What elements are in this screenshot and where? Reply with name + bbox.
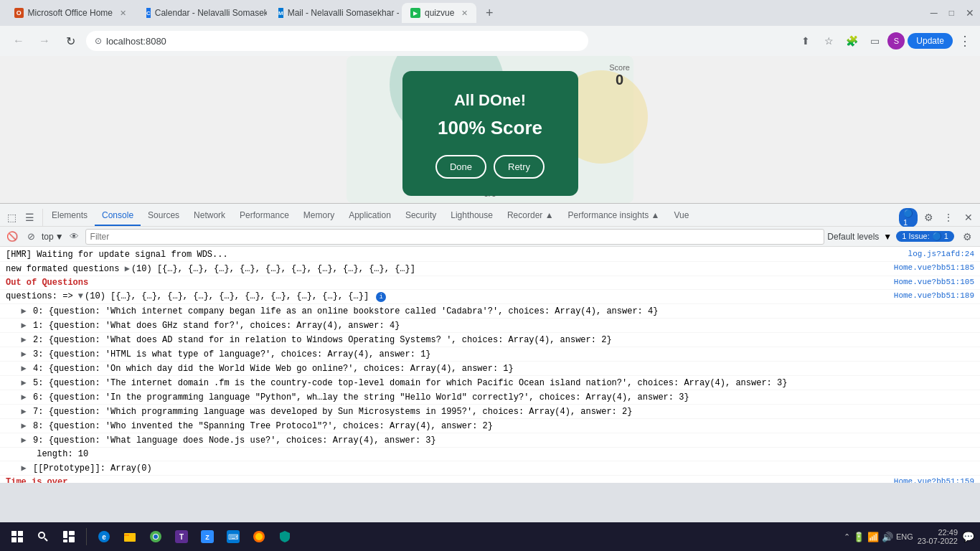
chrome-menu-icon[interactable]: ⋮ <box>958 33 971 49</box>
device-toolbar-icon[interactable]: ☰ <box>21 209 38 226</box>
extensions-icon[interactable]: 🧩 <box>842 31 862 51</box>
taskbar-vscode[interactable]: ⌨ <box>222 525 245 548</box>
tab-lighthouse[interactable]: Lighthouse <box>443 206 500 226</box>
taskbar-firefox[interactable] <box>248 525 270 548</box>
tab-console[interactable]: Console <box>95 206 141 226</box>
svg-rect-1 <box>18 531 23 536</box>
back-button[interactable]: ← <box>9 31 29 51</box>
devtools-issue-badge[interactable]: 🔵 1 <box>900 209 917 226</box>
tab-application[interactable]: Application <box>341 206 398 226</box>
svg-point-24 <box>255 533 263 540</box>
tab-recorder[interactable]: Recorder ▲ <box>500 206 561 226</box>
console-line: ▶ [[Prototype]]: Array(0) <box>0 461 980 476</box>
svg-text:e: e <box>102 533 106 541</box>
tab-mail[interactable]: M Mail - Nelavalli Somasekhar - Ou... ✕ <box>270 3 399 23</box>
tab-elements[interactable]: Elements <box>44 206 95 226</box>
tab-calendar[interactable]: C Calendar - Nelavalli Somasekhar ✕ <box>138 3 267 23</box>
console-source[interactable]: Home.vue?bb51:105 <box>885 278 974 286</box>
taskbar-edge[interactable]: e <box>93 525 116 548</box>
close-icon[interactable]: ✕ <box>966 7 974 19</box>
tab-ms-office[interactable]: O Microsoft Office Home ✕ <box>6 3 135 23</box>
console-settings-icon[interactable]: ⚙ <box>958 228 976 245</box>
taskbar-search[interactable] <box>32 525 55 548</box>
devtools-more-icon[interactable]: ⋮ <box>940 209 957 226</box>
clear-console-icon[interactable]: 🚫 <box>4 229 20 245</box>
tab-vue[interactable]: Vue <box>666 206 696 226</box>
svg-rect-12 <box>124 533 136 542</box>
retry-button[interactable]: Retry <box>494 155 545 179</box>
tab-quizvue-close[interactable]: ✕ <box>461 9 468 18</box>
expand-icon[interactable]: ▶ <box>22 335 27 345</box>
taskbar-chrome[interactable] <box>144 525 167 548</box>
issues-count[interactable]: 1 Issue: 🔵 1 <box>896 231 954 242</box>
elements-inspect-icon[interactable]: ⬚ <box>3 209 20 226</box>
svg-line-5 <box>44 538 47 541</box>
console-line: ▶ 2: {question: 'What does AD stand for … <box>0 333 980 347</box>
profile-icon[interactable]: S <box>887 32 905 50</box>
expand-icon[interactable]: ▶ <box>22 463 27 474</box>
bookmark-icon[interactable]: ☆ <box>819 31 839 51</box>
taskbar-zoom[interactable]: Z <box>196 525 219 548</box>
expand-icon[interactable]: ▼ <box>78 291 83 301</box>
devtools-settings-icon[interactable]: ⚙ <box>920 209 937 226</box>
address-bar[interactable]: ⊙ localhost:8080 <box>86 31 588 51</box>
expand-icon[interactable]: ▶ <box>22 392 27 402</box>
tab-security[interactable]: Security <box>398 206 443 226</box>
context-selector[interactable]: top ▼ <box>42 232 64 242</box>
taskbar-shield[interactable] <box>273 525 296 548</box>
expand-icon[interactable]: ▶ <box>22 378 27 388</box>
console-text: ▶ [[Prototype]]: Array(0) <box>6 463 152 474</box>
console-filter-input[interactable] <box>85 229 825 245</box>
expand-icon[interactable]: ▶ <box>22 407 27 417</box>
taskbar-taskview[interactable] <box>57 525 80 548</box>
expand-icon[interactable]: ▶ <box>22 364 27 374</box>
console-line: ▶ 9: {question: 'What language does Node… <box>0 433 980 448</box>
split-screen-icon[interactable]: ▭ <box>864 31 885 51</box>
share-icon[interactable]: ⬆ <box>796 31 816 51</box>
chevron-up-icon[interactable]: ⌃ <box>844 532 850 542</box>
console-source[interactable]: log.js?1afd:24 <box>900 250 974 258</box>
lang-label: ENG <box>896 532 913 541</box>
tab-quizvue[interactable]: ▶ quizvue ✕ <box>402 3 476 23</box>
console-text: ▶ 2: {question: 'What does AD stand for … <box>6 334 612 345</box>
update-button[interactable]: Update <box>908 33 953 49</box>
minimize-icon[interactable]: ─ <box>930 7 938 19</box>
console-text: [HMR] Waiting for update signal from WDS… <box>6 250 228 260</box>
browser-window: O Microsoft Office Home ✕ C Calendar - N… <box>0 0 980 551</box>
tab-memory[interactable]: Memory <box>296 206 341 226</box>
tab-ms-office-close[interactable]: ✕ <box>120 9 126 18</box>
clock[interactable]: 22:49 23-07-2022 <box>918 528 958 545</box>
console-source[interactable]: Home.vue?bb51:189 <box>885 291 974 300</box>
reload-button[interactable]: ↻ <box>60 31 80 51</box>
console-line: ▶ 6: {question: 'In the programming lang… <box>0 390 980 405</box>
quiz-actions: Done Retry <box>417 155 564 179</box>
notification-icon[interactable]: 💬 <box>962 531 974 542</box>
devtools-close-icon[interactable]: ✕ <box>960 209 977 226</box>
system-tray-icons: ⌃ 🔋 📶 🔊 ENG <box>844 532 913 542</box>
maximize-icon[interactable]: □ <box>949 8 954 18</box>
start-button[interactable] <box>6 525 29 548</box>
svg-rect-0 <box>11 531 17 536</box>
tab-perf-insights[interactable]: Performance insights ▲ <box>561 206 667 226</box>
page-content: Score 0 All DOne! 100% Score Done Retry … <box>0 56 980 203</box>
tab-performance[interactable]: Performance <box>232 206 296 226</box>
console-line: Time is over Home.vue?bb51:159 <box>0 476 980 483</box>
console-source[interactable]: Home.vue?bb51:185 <box>885 263 974 272</box>
quiz-result-card: All DOne! 100% Score Done Retry <box>402 71 578 196</box>
tab-sources[interactable]: Sources <box>141 206 187 226</box>
taskbar-teams[interactable]: T <box>170 525 193 548</box>
expand-icon[interactable]: ▶ <box>22 421 27 431</box>
done-button[interactable]: Done <box>435 155 486 179</box>
expand-icon[interactable]: ▶ <box>22 349 27 359</box>
eye-icon[interactable]: 👁 <box>67 229 83 245</box>
forward-button[interactable]: → <box>34 31 55 51</box>
expand-icon[interactable]: ▶ <box>22 435 27 446</box>
expand-icon[interactable]: ▶ <box>22 306 27 316</box>
console-source[interactable]: Home.vue?bb51:159 <box>885 477 974 483</box>
expand-icon[interactable]: ▶ <box>22 321 27 331</box>
tab-network[interactable]: Network <box>187 206 232 226</box>
filter-toggle-icon[interactable]: ⊘ <box>23 229 39 245</box>
taskbar-file-explorer[interactable] <box>118 525 141 548</box>
new-tab-button[interactable]: + <box>479 3 499 23</box>
expand-icon[interactable]: ▶ <box>125 264 130 274</box>
